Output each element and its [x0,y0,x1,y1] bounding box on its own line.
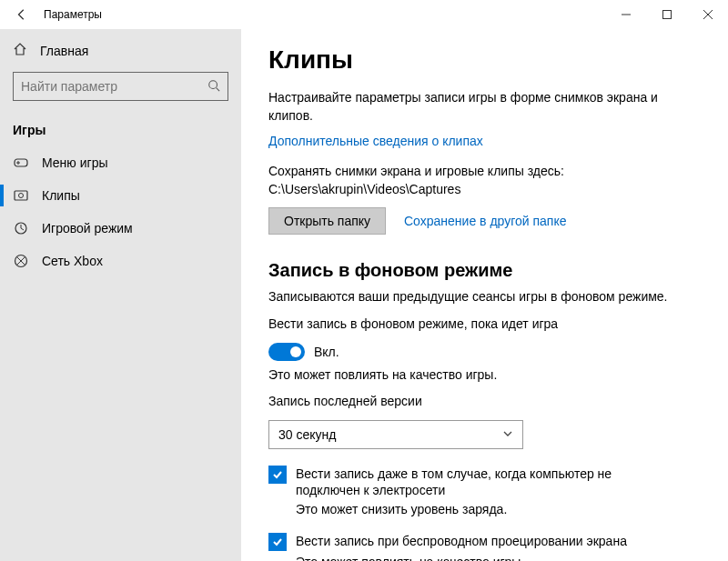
checkbox-label: Вести запись при беспроводном проецирова… [296,533,627,549]
close-button[interactable] [687,0,728,29]
gamebar-icon [13,155,29,170]
home-icon [13,42,27,59]
sidebar-category: Игры [0,106,241,146]
svg-line-5 [217,87,220,91]
checkbox-note: Это может повлиять на качество игры. [296,555,701,561]
background-recording-desc: Записываются ваши предыдущие сеансы игры… [268,288,701,306]
sidebar-item-game-bar[interactable]: Меню игры [0,146,241,179]
sidebar-item-label: Меню игры [42,155,108,170]
svg-line-13 [21,228,24,230]
sidebar-home[interactable]: Главная [0,35,241,66]
bg-record-toggle[interactable]: Вкл. [268,343,701,361]
toggle-note: Это может повлиять на качество игры. [268,366,701,385]
title-bar: Параметры [0,0,728,29]
captures-icon [13,188,29,203]
background-recording-heading: Запись в фоновом режиме [268,260,701,281]
sidebar-home-label: Главная [40,44,88,58]
gamemode-icon [13,221,29,235]
bg-toggle-caption: Вести запись в фоновом режиме, пока идет… [268,316,701,334]
record-on-battery-checkbox[interactable] [268,466,287,484]
sidebar-item-label: Игровой режим [42,221,133,235]
sidebar-item-xbox-network[interactable]: Сеть Xbox [0,245,241,277]
xbox-icon [13,254,29,268]
other-folder-link[interactable]: Сохранение в другой папке [404,214,567,228]
record-wireless-checkbox[interactable] [268,533,287,551]
back-button[interactable] [7,0,36,29]
intro-text: Настраивайте параметры записи игры в фор… [268,89,701,125]
last-recording-select[interactable]: 30 секунд [268,420,523,449]
toggle-track [268,343,305,361]
checkbox-label: Вести запись даже в том случае, когда ко… [296,466,678,498]
window-title: Параметры [44,8,102,21]
svg-rect-1 [662,11,671,19]
sidebar-item-captures[interactable]: Клипы [0,179,241,212]
more-info-link[interactable]: Дополнительные сведения о клипах [268,134,483,148]
sidebar-item-game-mode[interactable]: Игровой режим [0,212,241,245]
svg-point-4 [209,80,217,88]
open-folder-button[interactable]: Открыть папку [268,207,386,235]
select-value: 30 секунд [278,427,336,442]
sidebar-item-label: Сеть Xbox [42,254,103,268]
last-recording-label: Запись последней версии [268,393,701,411]
sidebar: Главная Игры Меню игры Клипы [0,29,241,561]
checkbox-note: Это может снизить уровень заряда. [296,502,701,516]
search-icon [207,79,220,95]
chevron-down-icon [502,427,513,442]
svg-rect-9 [15,191,27,200]
sidebar-item-label: Клипы [42,188,80,203]
search-input[interactable] [21,79,207,94]
content-area: Клипы Настраивайте параметры записи игры… [241,29,728,561]
page-title: Клипы [268,45,701,75]
maximize-button[interactable] [646,0,687,29]
search-box[interactable] [13,72,228,101]
toggle-state-label: Вкл. [314,345,339,359]
svg-point-10 [19,194,24,198]
minimize-button[interactable] [605,0,646,29]
save-location-text: Сохранять снимки экрана и игровые клипы … [268,163,669,198]
